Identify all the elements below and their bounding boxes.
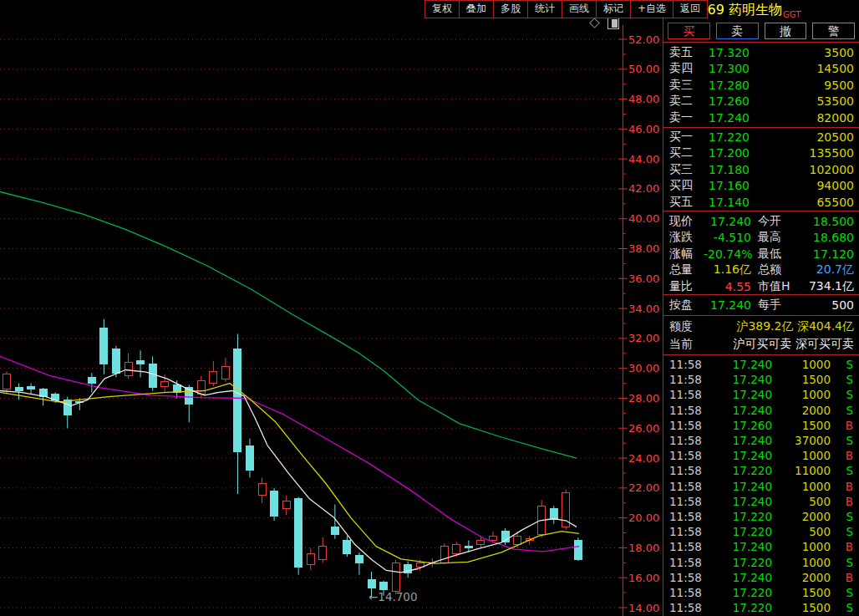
quote-level-row[interactable]: 卖三 17.280 9500: [663, 77, 859, 94]
stat-value-right: 734.1亿: [801, 279, 859, 294]
tick-side-flag: S: [831, 510, 859, 523]
tick-side-flag: B: [831, 449, 859, 462]
quote-level-row[interactable]: 卖五 17.320 3500: [663, 44, 859, 61]
tick-price: 17.220: [702, 586, 772, 599]
quote-level-row[interactable]: 卖一 17.240 82000: [663, 109, 859, 126]
quote-level-row[interactable]: 买二 17.200 135500: [663, 145, 859, 162]
menu-item[interactable]: 统计: [527, 0, 562, 18]
tick-time: 11:58: [663, 358, 702, 371]
stat-value-right: 18.500: [801, 215, 859, 228]
quote-level-row[interactable]: 买三 17.180 102000: [663, 161, 859, 178]
tick-side-flag: S: [831, 373, 859, 386]
stat-value-left: 1.16亿: [704, 262, 751, 277]
tick-time: 11:58: [663, 464, 702, 477]
tick-row: 11:58 17.240 1500 S: [663, 372, 859, 387]
tick-side-flag: S: [831, 525, 859, 538]
trade-button[interactable]: 买: [668, 23, 710, 39]
svg-text:40.00: 40.00: [628, 212, 659, 225]
stat-label-left: 涨幅: [663, 247, 704, 262]
svg-text:46.00: 46.00: [628, 123, 659, 135]
stat-label-right: 今开: [758, 214, 801, 229]
stat-value-right: 20.7亿: [801, 262, 859, 277]
tick-side-flag: S: [831, 404, 859, 417]
level-volume: 82000: [750, 111, 859, 125]
tick-row: 11:58 17.240 2000 S: [663, 403, 859, 418]
stat-value-left: 4.55: [704, 280, 751, 293]
svg-text:20.00: 20.00: [628, 512, 659, 524]
tick-volume: 1000: [772, 556, 831, 569]
menu-item[interactable]: 多股: [493, 0, 528, 18]
tick-row: 11:58 17.240 1000 B: [663, 479, 859, 494]
stock-name: 药明生物: [729, 2, 782, 18]
stats-row: 现价 17.240 今开 18.500: [663, 213, 859, 230]
quote-level-row[interactable]: 买一 17.220 20500: [663, 129, 859, 145]
tick-time: 11:58: [663, 404, 702, 417]
tick-volume: 37000: [772, 434, 831, 447]
tick-time: 11:58: [663, 373, 702, 386]
menu-item[interactable]: 标记: [596, 0, 631, 18]
tick-volume: 2000: [772, 404, 831, 417]
tick-time: 11:58: [663, 586, 702, 599]
menu-item[interactable]: 返回: [673, 0, 708, 18]
level-volume: 94000: [750, 179, 859, 192]
trade-button[interactable]: 警: [812, 23, 855, 39]
tick-time: 11:58: [663, 510, 702, 523]
ask-levels: 卖五 17.320 3500 卖四 17.300 14500 卖三 17.280…: [663, 42, 859, 127]
svg-text:26.00: 26.00: [628, 422, 659, 435]
tick-volume: 1000: [772, 358, 831, 371]
menu-item[interactable]: 画线: [562, 0, 597, 18]
level-label: 卖三: [663, 78, 702, 93]
tick-time: 11:58: [663, 449, 702, 462]
svg-text:28.00: 28.00: [628, 392, 659, 405]
tick-time: 11:58: [663, 540, 702, 553]
tick-row: 11:58 17.240 1000 B: [663, 539, 859, 554]
quote-level-row[interactable]: 买四 17.160 94000: [663, 178, 859, 195]
quote-level-row[interactable]: 卖二 17.260 53500: [663, 94, 859, 110]
svg-text:36.00: 36.00: [628, 272, 659, 285]
menu-item[interactable]: 叠加: [459, 0, 494, 18]
menu-item[interactable]: +自选: [630, 0, 673, 18]
stat-value-left: 17.240: [704, 215, 751, 228]
tick-side-flag: B: [831, 480, 859, 493]
level-label: 买五: [663, 195, 702, 210]
level-label: 卖一: [663, 110, 702, 125]
trade-button[interactable]: 撤: [765, 23, 807, 39]
candlestick-chart[interactable]: 52.0050.0048.0046.0044.0042.0040.0038.00…: [0, 0, 663, 616]
tick-price: 17.260: [702, 419, 772, 432]
stats-row: 涨跌 -4.510 最高 18.680: [663, 230, 859, 247]
tick-price: 17.240: [702, 373, 772, 386]
tick-volume: 1000: [772, 388, 831, 401]
level-label: 卖二: [663, 94, 702, 109]
quote-level-row[interactable]: 买五 17.140 65500: [663, 194, 859, 211]
stat-label-right: 总额: [758, 262, 801, 277]
tick-volume: 1500: [772, 373, 831, 386]
svg-text:38.00: 38.00: [628, 242, 659, 255]
svg-text:52.00: 52.00: [628, 33, 659, 46]
level-price: 17.200: [702, 146, 750, 160]
level-label: 买一: [663, 130, 702, 145]
trade-button-row: 买卖撤警: [663, 20, 859, 42]
ma-mid: [0, 356, 579, 552]
menu-item[interactable]: 复权: [424, 0, 460, 18]
tick-row: 11:58 17.220 2000 S: [663, 509, 859, 524]
quote-level-row[interactable]: 卖四 17.300 14500: [663, 61, 859, 78]
level-volume: 102000: [750, 163, 859, 176]
tick-side-flag: B: [831, 571, 859, 584]
level-label: 卖四: [663, 61, 702, 76]
panel-toggle-icon[interactable]: [607, 18, 619, 29]
level-volume: 20500: [750, 130, 859, 144]
tick-price: 17.220: [702, 510, 772, 523]
svg-text:14.00: 14.00: [628, 602, 659, 614]
tick-side-flag: S: [831, 556, 859, 569]
level-volume: 135500: [750, 146, 859, 160]
svg-text:48.00: 48.00: [628, 93, 659, 105]
tick-side-flag: S: [831, 358, 859, 371]
svg-text:32.00: 32.00: [628, 332, 659, 344]
trade-button[interactable]: 卖: [716, 23, 759, 39]
level-price: 17.320: [702, 46, 750, 59]
quota-value: 沪可买可卖 深可买可卖: [705, 337, 859, 352]
tick-price: 17.220: [702, 556, 772, 569]
tick-time: 11:58: [663, 434, 702, 447]
tick-time: 11:58: [663, 419, 702, 432]
tick-time: 11:58: [663, 388, 702, 401]
